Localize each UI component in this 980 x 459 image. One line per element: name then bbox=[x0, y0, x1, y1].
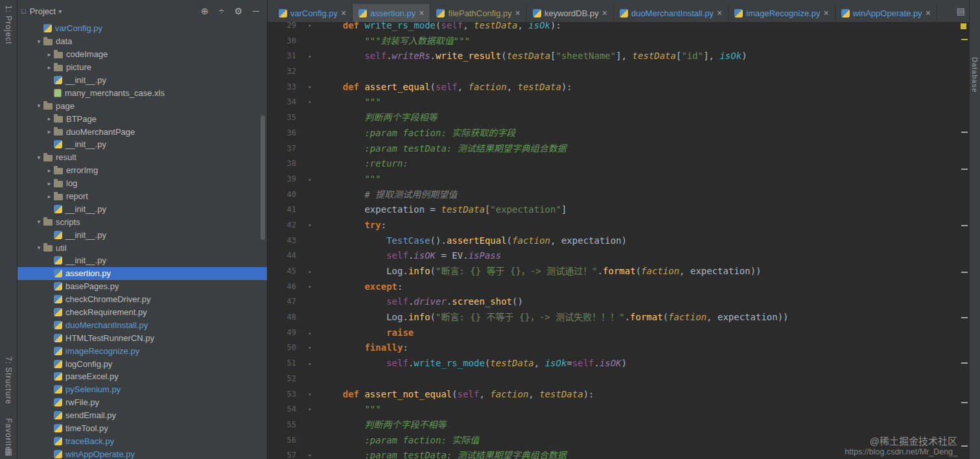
close-icon[interactable]: × bbox=[341, 8, 346, 18]
tree-item-scripts[interactable]: ▾scripts bbox=[18, 215, 267, 228]
code-line[interactable]: 38 :return: bbox=[268, 156, 969, 172]
tree-item-winAppOperate.py[interactable]: winAppOperate.py bbox=[18, 447, 267, 459]
chevron-right-icon[interactable]: ▸ bbox=[45, 115, 54, 122]
tree-item-util[interactable]: ▾util bbox=[18, 241, 267, 254]
tree-item-duoMerchantInstall.py[interactable]: duoMerchantInstall.py bbox=[18, 318, 267, 331]
tree-item-pySelenium.py[interactable]: pySelenium.py bbox=[18, 383, 267, 396]
fold-up-icon[interactable]: ▴ bbox=[299, 325, 321, 341]
tree-item-assertion.py[interactable]: assertion.py bbox=[18, 267, 267, 280]
code-line[interactable]: 52 bbox=[268, 371, 969, 387]
tree-item-parseExcel.py[interactable]: parseExcel.py bbox=[18, 370, 267, 383]
stripe-mark[interactable] bbox=[961, 402, 968, 403]
chevron-right-icon[interactable]: ▸ bbox=[45, 64, 54, 71]
tab-list-icon[interactable]: ▤ bbox=[957, 6, 965, 16]
fold-down-icon[interactable]: ▾ bbox=[299, 340, 321, 356]
close-icon[interactable]: × bbox=[717, 8, 722, 18]
stripe-mark[interactable] bbox=[961, 362, 968, 364]
tool-button-database[interactable]: Database bbox=[971, 57, 979, 93]
tree-item-traceBack.py[interactable]: traceBack.py bbox=[18, 435, 267, 448]
chevron-down-icon[interactable]: ▾ bbox=[58, 8, 62, 15]
code-line[interactable]: 37 :param testData: 测试结果期望字典组合数据 bbox=[268, 141, 969, 157]
fold-up-icon[interactable]: ▴ bbox=[299, 264, 321, 279]
code-line[interactable]: 34▾ """ bbox=[268, 95, 969, 110]
code-line[interactable]: 47 self.driver.screen_shot() bbox=[268, 294, 969, 310]
tree-item-data[interactable]: ▾data bbox=[18, 35, 267, 48]
code-line[interactable]: 44 self.isOK = EV.isPass bbox=[268, 248, 969, 264]
tree-item-__init__.py[interactable]: __init__.py bbox=[18, 138, 267, 151]
tree-item-result[interactable]: ▾result bbox=[18, 151, 267, 164]
tab-imageRecognize.py[interactable]: imageRecognize.py× bbox=[729, 4, 835, 22]
stripe-mark[interactable] bbox=[961, 225, 968, 226]
stripe-mark[interactable] bbox=[961, 132, 968, 133]
tree-item-many_merchants_case.xls[interactable]: many_merchants_case.xls bbox=[18, 86, 267, 99]
code-line[interactable]: 32 bbox=[268, 64, 969, 80]
tool-button-project[interactable]: 1: Project bbox=[4, 5, 13, 45]
tab-assertion.py[interactable]: assertion.py× bbox=[353, 4, 430, 22]
tab-winAppOperate.py[interactable]: winAppOperate.py× bbox=[835, 4, 937, 22]
tab-varConfig.py[interactable]: varConfig.py× bbox=[273, 4, 353, 22]
chevron-down-icon[interactable]: ▾ bbox=[34, 38, 43, 45]
tree-item-basePages.py[interactable]: basePages.py bbox=[18, 280, 267, 293]
fold-down-icon[interactable]: ▾ bbox=[299, 402, 321, 418]
close-icon[interactable]: × bbox=[419, 8, 424, 18]
code-line[interactable]: 50▾ finally: bbox=[268, 340, 969, 356]
stripe-mark[interactable] bbox=[961, 39, 968, 40]
stripe-mark[interactable] bbox=[961, 272, 968, 273]
chevron-down-icon[interactable]: ▾ bbox=[34, 218, 43, 225]
code-line[interactable]: 46▾ except: bbox=[268, 279, 969, 295]
code-line[interactable]: 54▾ """ bbox=[268, 402, 969, 418]
fold-down-icon[interactable]: ▾ bbox=[299, 448, 321, 459]
tree-item-logConfig.py[interactable]: logConfig.py bbox=[18, 357, 267, 370]
code-line[interactable]: 43 TestCase().assertEqual(faction, expec… bbox=[268, 233, 969, 249]
code-line[interactable]: 35 判断两个字段相等 bbox=[268, 110, 969, 126]
chevron-right-icon[interactable]: ▸ bbox=[45, 167, 54, 174]
code-line[interactable]: 53▾ def assert_not_equal(self, faction, … bbox=[268, 387, 969, 403]
fold-down-icon[interactable]: ▾ bbox=[299, 95, 321, 110]
code-line[interactable]: 33▾ def assert_equal(self, faction, test… bbox=[268, 80, 969, 95]
code-line[interactable]: 36 :param faction: 实际获取的字段 bbox=[268, 126, 969, 141]
collapse-all-icon[interactable]: ÷ bbox=[219, 6, 224, 16]
fold-down-icon[interactable]: ▾ bbox=[299, 80, 321, 95]
code-line[interactable]: 40 # 提取测试用例期望值 bbox=[268, 187, 969, 203]
tool-windows-icon[interactable]: ▦ bbox=[5, 447, 12, 456]
fold-down-icon[interactable]: ▾ bbox=[299, 387, 321, 403]
chevron-right-icon[interactable]: ▸ bbox=[45, 128, 54, 135]
tree-item-report[interactable]: ▸report bbox=[18, 190, 267, 203]
tab-filePathConfig.py[interactable]: filePathConfig.py× bbox=[430, 4, 526, 22]
close-icon[interactable]: × bbox=[515, 8, 520, 18]
code-line[interactable]: 45▴ Log.info("断言: {} 等于 {}，-> 测试通过！".for… bbox=[268, 264, 969, 279]
tree-item-checkChromeDriver.py[interactable]: checkChromeDriver.py bbox=[18, 293, 267, 306]
tree-item-timeTool.py[interactable]: timeTool.py bbox=[18, 422, 267, 435]
chevron-right-icon[interactable]: ▸ bbox=[45, 51, 54, 58]
code-line[interactable]: 48 Log.info("断言: {} 不等于 {}，-> 测试失败！！！".f… bbox=[268, 310, 969, 325]
tab-keywordDB.py[interactable]: keywordDB.py× bbox=[527, 4, 614, 22]
settings-gear-icon[interactable]: ⚙ bbox=[235, 6, 243, 16]
tree-item-duoMerchantPage[interactable]: ▸duoMerchantPage bbox=[18, 125, 267, 138]
tree-item-checkRequirement.py[interactable]: checkRequirement.py bbox=[18, 306, 267, 319]
fold-down-icon[interactable]: ▾ bbox=[299, 279, 321, 295]
fold-up-icon[interactable]: ▴ bbox=[299, 172, 321, 187]
stripe-mark[interactable] bbox=[961, 317, 968, 318]
project-view-selector[interactable]: Project bbox=[30, 6, 56, 16]
stripe-mark[interactable] bbox=[961, 445, 968, 447]
close-icon[interactable]: × bbox=[823, 8, 828, 18]
close-icon[interactable]: × bbox=[602, 8, 607, 18]
tree-item-__init__.py[interactable]: __init__.py bbox=[18, 202, 267, 215]
tree-item-picture[interactable]: ▸picture bbox=[18, 61, 267, 74]
close-icon[interactable]: × bbox=[926, 8, 931, 18]
tree-item-__init__.py[interactable]: __init__.py bbox=[18, 254, 267, 267]
tree-item-page[interactable]: ▾page bbox=[18, 99, 267, 112]
code-line[interactable]: 29▾ def write_rs_mode(self, testData, is… bbox=[268, 22, 969, 34]
fold-up-icon[interactable]: ▴ bbox=[299, 356, 321, 371]
tree-item-BTPage[interactable]: ▸BTPage bbox=[18, 112, 267, 125]
hide-panel-icon[interactable]: ─ bbox=[253, 6, 259, 16]
tree-scrollbar[interactable] bbox=[261, 115, 265, 240]
tree-item-sendEmail.py[interactable]: sendEmail.py bbox=[18, 409, 267, 422]
tool-button-structure[interactable]: 7: Structure bbox=[4, 357, 13, 405]
fold-down-icon[interactable]: ▾ bbox=[299, 218, 321, 233]
code-line[interactable]: 42▾ try: bbox=[268, 218, 969, 233]
locate-file-icon[interactable]: ⊕ bbox=[201, 6, 209, 16]
tree-item-varConfig.py[interactable]: varConfig.py bbox=[18, 22, 267, 35]
tree-item-errorImg[interactable]: ▸errorImg bbox=[18, 164, 267, 177]
tree-item-imageRecognize.py[interactable]: imageRecognize.py bbox=[18, 344, 267, 357]
